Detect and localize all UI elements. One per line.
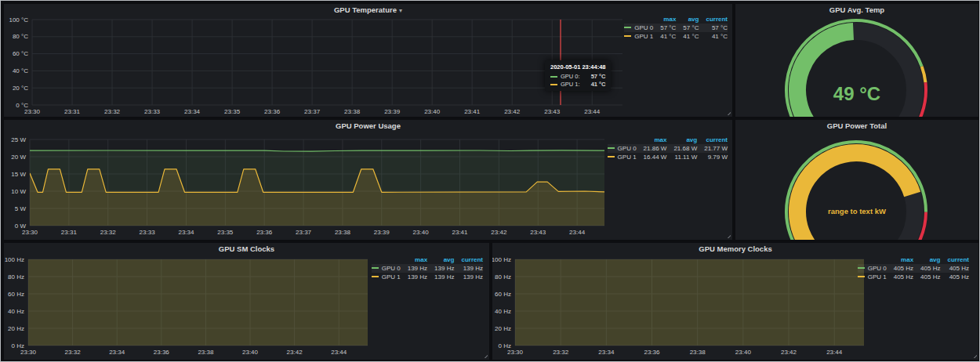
- gpu-temperature-chart[interactable]: 0 °C20 °C40 °C60 °C80 °C100 °C23:3023:31…: [4, 4, 732, 117]
- y-axis-tick-label: 80 Hz: [495, 273, 511, 281]
- panel-title-text: GPU Temperature: [334, 5, 397, 14]
- legend-stat-value: 405 Hz: [940, 273, 969, 281]
- legend-column-header[interactable]: max: [401, 255, 427, 264]
- legend-series-label[interactable]: GPU 1: [624, 32, 653, 41]
- series-group: [28, 243, 368, 346]
- legend-column-header[interactable]: avg: [913, 255, 940, 264]
- legend-stat-value: 139 Hz: [454, 273, 483, 281]
- gpu-sm-clocks-legend[interactable]: maxavgcurrentGPU 0139 Hz139 Hz139 HzGPU …: [372, 255, 483, 281]
- x-axis-tick-label: 23:39: [374, 229, 390, 236]
- x-axis-tick-label: 23:34: [598, 349, 615, 356]
- x-axis-tick-label: 23:32: [100, 229, 117, 236]
- x-axis-tick-label: 23:40: [242, 349, 259, 356]
- legend-series-label[interactable]: GPU 1: [858, 273, 887, 281]
- dashboard: GPU Temperature▾ 0 °C20 °C40 °C60 °C80 °…: [0, 0, 980, 362]
- legend-column-header[interactable]: max: [637, 136, 667, 144]
- legend-stat-value: 9.79 W: [697, 153, 728, 161]
- legend-column-header[interactable]: max: [653, 15, 676, 24]
- x-axis-tick-label: 23:43: [530, 229, 546, 236]
- legend-stat-value: 21.68 W: [666, 144, 697, 153]
- legend-stat-value: 57 °C: [653, 24, 676, 32]
- panel-title-gpu-sm-clocks[interactable]: GPU SM Clocks: [4, 244, 489, 253]
- panel-title-gpu-temperature[interactable]: GPU Temperature▾: [4, 5, 732, 14]
- series-color-dash-icon: [608, 156, 615, 157]
- series-color-dash-icon: [372, 267, 379, 269]
- legend-stat-value: 41 °C: [676, 32, 699, 41]
- legend-stat-value: 21.86 W: [637, 144, 667, 153]
- legend-row: GPU 1139 Hz139 Hz139 Hz: [372, 273, 483, 281]
- y-axis-tick-label: 60 Hz: [8, 291, 24, 298]
- series-color-dash-icon: [550, 84, 557, 85]
- tooltip-row: GPU 0:57 °C: [550, 73, 605, 80]
- panel-gpu-sm-clocks: GPU SM Clocks 0 Hz20 Hz40 Hz60 Hz80 Hz10…: [4, 243, 489, 360]
- gpu-power-usage-legend[interactable]: maxavgcurrentGPU 021.86 W21.68 W21.77 WG…: [608, 136, 728, 161]
- legend-series-label[interactable]: GPU 1: [372, 273, 401, 281]
- gpu-power-total-gauge: [735, 120, 978, 240]
- legend-stat-value: 41 °C: [699, 32, 728, 41]
- y-axis-tick-label: 100 °C: [9, 16, 28, 24]
- x-axis-tick-label: 23:44: [584, 108, 601, 115]
- gpu-temperature-legend[interactable]: maxavgcurrentGPU 057 °C57 °C57 °CGPU 141…: [624, 15, 728, 41]
- chevron-down-icon: ▾: [399, 7, 402, 14]
- legend-stat-value: 139 Hz: [401, 264, 427, 273]
- panel-title-text: GPU Power Usage: [336, 121, 401, 130]
- panel-title-gpu-memory-clocks[interactable]: GPU Memory Clocks: [492, 244, 978, 253]
- axis-labels: 0 °C20 °C40 °C60 °C80 °C100 °C23:3023:31…: [9, 16, 600, 116]
- legend-column-header[interactable]: avg: [666, 136, 697, 144]
- y-axis-tick-label: 20 °C: [13, 85, 28, 92]
- panel-title-gpu-avg-temp[interactable]: GPU Avg. Temp: [735, 5, 978, 14]
- panel-title-text: GPU Avg. Temp: [829, 5, 884, 14]
- legend-column-header[interactable]: avg: [427, 255, 454, 264]
- legend-series-label[interactable]: GPU 0: [624, 24, 653, 32]
- x-axis-tick-label: 23:38: [198, 349, 214, 356]
- tooltip-timestamp: 2020-05-01 23:44:48: [550, 63, 605, 71]
- legend-series-label[interactable]: GPU 0: [608, 144, 637, 153]
- legend-column-header[interactable]: current: [940, 255, 969, 264]
- legend-stat-value: 139 Hz: [401, 273, 427, 281]
- series-group: [30, 150, 604, 226]
- panel-title-gpu-power-usage[interactable]: GPU Power Usage: [4, 121, 732, 130]
- panel-gpu-avg-temp: GPU Avg. Temp 49 °C: [735, 4, 978, 117]
- y-axis-tick-label: 25 W: [11, 136, 26, 143]
- x-axis-tick-label: 23:34: [178, 229, 194, 236]
- series-fill-gpu-1: [28, 243, 368, 346]
- legend-column-header[interactable]: current: [697, 136, 728, 144]
- x-axis-tick-label: 23:42: [287, 349, 303, 356]
- legend-column-header[interactable]: current: [454, 255, 483, 264]
- series-color-dash-icon: [624, 35, 631, 37]
- legend-row: GPU 141 °C41 °C41 °C: [624, 32, 728, 41]
- legend-stat-value: 21.77 W: [697, 144, 728, 153]
- x-axis-tick-label: 23:44: [331, 349, 347, 356]
- panel-gpu-temperature: GPU Temperature▾ 0 °C20 °C40 °C60 °C80 °…: [4, 4, 732, 117]
- panel-title-gpu-power-total[interactable]: GPU Power Total: [735, 121, 978, 130]
- x-axis-tick-label: 23:34: [109, 349, 125, 356]
- legend-column-header[interactable]: current: [699, 15, 728, 24]
- legend-stat-value: 405 Hz: [913, 273, 940, 281]
- x-axis-tick-label: 23:30: [20, 349, 37, 356]
- x-axis-tick-label: 23:39: [384, 108, 401, 115]
- x-axis-tick-label: 23:32: [104, 108, 121, 115]
- y-axis-tick-label: 80 °C: [13, 33, 28, 40]
- series-color-dash-icon: [858, 267, 865, 269]
- series-color-dash-icon: [858, 276, 865, 277]
- y-axis-tick-label: 5 W: [15, 205, 27, 212]
- legend-series-label[interactable]: GPU 0: [858, 264, 887, 273]
- legend-column-header[interactable]: avg: [676, 15, 699, 24]
- x-axis-tick-label: 23:44: [826, 349, 843, 356]
- panel-title-text: GPU Memory Clocks: [699, 244, 771, 253]
- x-axis-tick-label: 23:36: [644, 349, 660, 356]
- y-axis-tick-label: 15 W: [11, 171, 26, 178]
- x-axis-tick-label: 23:33: [144, 108, 161, 115]
- gpu-memory-clocks-legend[interactable]: maxavgcurrentGPU 0405 Hz405 Hz405 HzGPU …: [858, 255, 969, 281]
- x-axis-tick-label: 23:37: [296, 229, 312, 236]
- legend-stat-value: 139 Hz: [427, 264, 454, 273]
- x-axis-tick-label: 23:41: [464, 108, 481, 115]
- legend-series-label[interactable]: GPU 0: [372, 264, 401, 273]
- x-axis-tick-label: 23:34: [184, 108, 201, 115]
- x-axis-tick-label: 23:40: [424, 108, 441, 115]
- legend-row: GPU 1405 Hz405 Hz405 Hz: [858, 273, 969, 281]
- x-axis-tick-label: 23:36: [154, 349, 170, 356]
- legend-stat-value: 139 Hz: [427, 273, 454, 281]
- legend-column-header[interactable]: max: [887, 255, 913, 264]
- legend-series-label[interactable]: GPU 1: [608, 153, 637, 161]
